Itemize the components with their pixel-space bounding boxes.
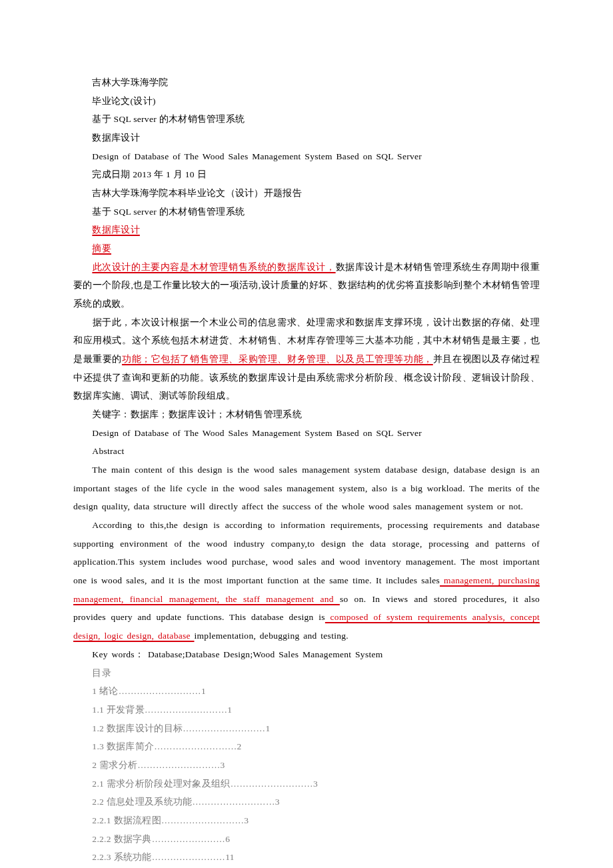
toc-item: 1.1 开发背景………………………1 — [73, 701, 540, 719]
toc-page-number: 3 — [275, 797, 280, 807]
document-page: 吉林大学珠海学院 毕业论文(设计) 基于 SQL server 的木材销售管理系… — [0, 0, 613, 868]
toc-item: 2.2.2 数据字典……………………6 — [73, 830, 540, 849]
school-name: 吉林大学珠海学院 — [73, 73, 540, 92]
toc-dots: …………………… — [152, 852, 225, 862]
toc-dots: ……………………… — [145, 705, 227, 715]
doc-type: 毕业论文(设计) — [73, 92, 540, 111]
toc-item-title: 1.3 数据库简介 — [92, 741, 154, 751]
toc-item: 2.1 需求分析阶段处理对象及组织………………………3 — [73, 775, 540, 793]
toc: 1 绪论………………………11.1 开发背景………………………11.2 数据库设… — [73, 682, 540, 868]
abstract-en-p2: According to this,the design is accordin… — [73, 516, 540, 645]
toc-item-title: 2.2 信息处理及系统功能 — [92, 797, 192, 807]
title-en: Design of Database of The Wood Sales Man… — [73, 147, 540, 166]
abstract-cn-p2: 据于此，本次设计根据一个木业公司的信息需求、处理需求和数据库支撑环境，设计出数据… — [73, 313, 540, 405]
abstract-label-cn: 摘要 — [73, 239, 540, 258]
keywords-en: Key words： Database;Database Design;Wood… — [73, 645, 540, 664]
toc-item-title: 2.1 需求分析阶段处理对象及组织 — [92, 779, 230, 789]
toc-dots: ……………………… — [137, 760, 220, 770]
proposal-title: 吉林大学珠海学院本科毕业论文（设计）开题报告 — [73, 184, 540, 203]
toc-item-title: 1.1 开发背景 — [92, 705, 145, 715]
abstract-cn-p1: 此次设计的主要内容是木材管理销售系统的数据库设计，数据库设计是木材销售管理系统生… — [73, 258, 540, 313]
keywords-cn: 关键字：数据库；数据库设计；木材销售管理系统 — [73, 405, 540, 424]
toc-label: 目录 — [73, 664, 540, 683]
title-en-2: Design of Database of The Wood Sales Man… — [73, 424, 540, 443]
toc-page-number: 1 — [227, 705, 232, 715]
toc-item-title: 2.2.2 数据字典 — [92, 834, 151, 844]
title-cn-db-design-hl: 数据库设计 — [73, 221, 540, 239]
toc-item: 1 绪论………………………1 — [73, 682, 540, 701]
toc-dots: …………………… — [152, 834, 225, 844]
toc-page-number: 11 — [225, 852, 235, 862]
toc-item: 1.3 数据库简介………………………2 — [73, 737, 540, 756]
toc-page-number: 1 — [265, 723, 270, 733]
toc-page-number: 1 — [201, 686, 206, 696]
toc-item-title: 2.2.3 系统功能 — [92, 852, 151, 862]
title-cn-line2: 数据库设计 — [73, 129, 540, 147]
toc-dots: ……………………… — [161, 815, 244, 825]
toc-item: 2 需求分析………………………3 — [73, 756, 540, 775]
toc-page-number: 3 — [244, 815, 249, 825]
toc-item: 2.2.3 系统功能……………………11 — [73, 848, 540, 867]
title-cn-line1: 基于 SQL server 的木材销售管理系统 — [73, 110, 540, 129]
toc-dots: ……………………… — [154, 741, 237, 751]
title-cn-line3: 基于 SQL server 的木材销售管理系统 — [73, 203, 540, 221]
toc-dots: ……………………… — [119, 686, 201, 696]
toc-item-title: 1 绪论 — [92, 686, 118, 696]
toc-item-title: 1.2 数据库设计的目标 — [92, 723, 183, 733]
toc-dots: ……………………… — [183, 723, 265, 733]
toc-item-title: 2 需求分析 — [92, 760, 137, 770]
abstract-en-p1: The main content of this design is the w… — [73, 461, 540, 516]
toc-item: 2.2.1 数据流程图………………………3 — [73, 811, 540, 830]
toc-item-title: 2.2.1 数据流程图 — [92, 815, 161, 825]
toc-dots: ……………………… — [231, 779, 313, 789]
toc-page-number: 2 — [237, 741, 242, 751]
completion-date: 完成日期 2013 年 1 月 10 日 — [73, 165, 540, 184]
toc-item: 1.2 数据库设计的目标………………………1 — [73, 719, 540, 738]
toc-dots: ……………………… — [193, 797, 275, 807]
toc-page-number: 3 — [220, 760, 225, 770]
toc-item: 2.2 信息处理及系统功能………………………3 — [73, 793, 540, 811]
toc-page-number: 3 — [313, 779, 318, 789]
toc-page-number: 6 — [225, 834, 230, 844]
abstract-label-en: Abstract — [73, 442, 540, 461]
